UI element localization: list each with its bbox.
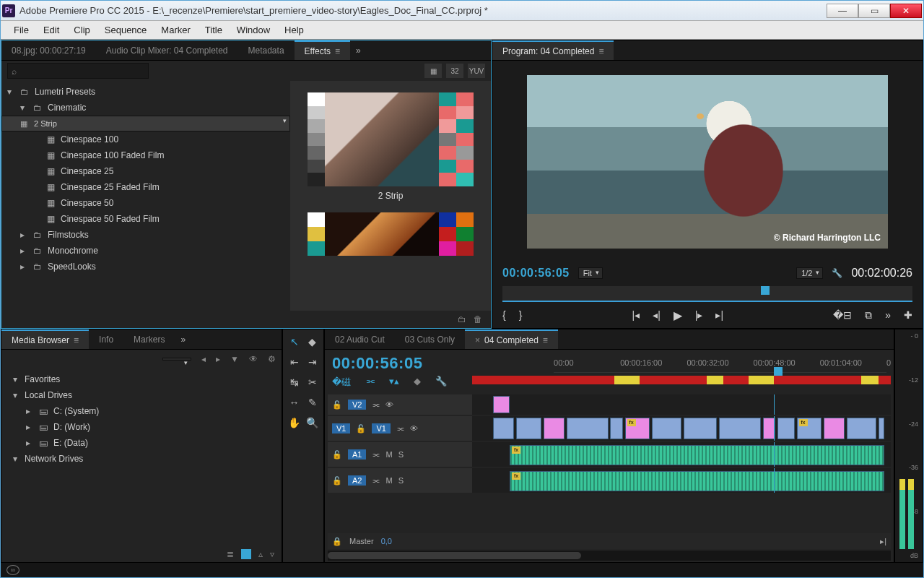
go-to-out-icon[interactable]: ▸| — [715, 309, 723, 321]
fx-32bit-icon[interactable]: 32 — [446, 64, 463, 78]
sync-lock-icon[interactable]: ⫘ — [396, 424, 404, 433]
timeline-clip[interactable]: fx — [510, 471, 884, 491]
tab-effects[interactable]: Effects ≡ — [295, 40, 350, 60]
track-lane[interactable]: fxfx — [472, 416, 891, 441]
disclosure-arrow-icon[interactable]: ▾ — [13, 390, 20, 400]
menu-window[interactable]: Window — [230, 22, 277, 38]
zoom-tool-icon[interactable]: 🔍 — [304, 413, 321, 432]
timeline-clip[interactable] — [684, 418, 717, 439]
track-header[interactable]: 🔓A1⫘MS — [328, 442, 472, 467]
goto-end-icon[interactable]: ▸| — [880, 537, 886, 546]
tab-program[interactable]: Program: 04 Completed ≡ — [492, 40, 614, 60]
toggle-output-icon[interactable]: 👁 — [410, 424, 418, 433]
folder-row[interactable]: ▾🗀Lumetri Presets — [1, 84, 290, 100]
sync-lock-icon[interactable]: ⫘ — [372, 450, 380, 459]
disclosure-arrow-icon[interactable]: ▸ — [26, 406, 33, 416]
track-target[interactable]: V1 — [372, 423, 390, 434]
window-close-button[interactable]: ✕ — [890, 4, 922, 18]
tab-info[interactable]: Info — [89, 329, 123, 349]
fx-accelerated-icon[interactable]: ▦ — [424, 64, 442, 78]
preset-row[interactable]: ▦2 Strip — [1, 116, 290, 131]
lock-icon[interactable]: 🔓 — [356, 424, 366, 434]
tab-metadata[interactable]: Metadata — [238, 40, 295, 60]
folder-row[interactable]: ▸🗀Filmstocks — [1, 227, 290, 243]
seq-tab-04[interactable]: × 04 Completed ≡ — [465, 329, 558, 349]
disclosure-arrow-icon[interactable]: ▾ — [13, 374, 20, 384]
fx-yuv-icon[interactable]: YUV — [468, 64, 485, 78]
track-target[interactable]: A2 — [348, 475, 366, 486]
disclosure-arrow-icon[interactable]: ▸ — [26, 438, 33, 448]
lock-icon[interactable]: 🔒 — [332, 537, 342, 546]
zoom-select[interactable]: Fit — [578, 267, 603, 279]
timeline-clip[interactable]: fx — [797, 418, 822, 439]
settings-wrench-icon[interactable]: 🔧 — [832, 268, 842, 278]
rate-stretch-tool-icon[interactable]: ↹ — [286, 373, 302, 392]
resolution-select[interactable]: 1/2 — [796, 267, 823, 279]
section-row[interactable]: ▾Local Drives — [7, 387, 276, 403]
timeline-clip[interactable] — [879, 418, 885, 439]
disclosure-arrow-icon[interactable]: ▸ — [20, 246, 27, 256]
nav-forward-icon[interactable]: ▸ — [216, 354, 220, 364]
mark-in-icon[interactable]: { — [502, 309, 506, 321]
export-frame-icon[interactable]: » — [885, 309, 891, 321]
work-area-bar[interactable] — [472, 376, 891, 384]
razor-tool-icon[interactable]: ✂ — [304, 373, 321, 392]
track-header[interactable]: 🔓V2⫘👁 — [328, 394, 472, 415]
timeline-clip[interactable] — [847, 418, 876, 439]
track-header[interactable]: 🔓A2⫘MS — [328, 468, 472, 493]
panel-menu-icon[interactable]: ≡ — [598, 46, 603, 56]
rolling-edit-tool-icon[interactable]: ⇥ — [304, 353, 321, 371]
folder-row[interactable]: ▾🗀Cinematic — [1, 100, 290, 116]
disclosure-arrow-icon[interactable]: ▸ — [20, 262, 27, 272]
mute-button[interactable]: M — [385, 476, 392, 485]
tab-markers[interactable]: Markers — [123, 329, 175, 349]
timeline-clip[interactable] — [719, 418, 761, 439]
nav-back-icon[interactable]: ◂ — [201, 354, 206, 364]
program-monitor-viewport[interactable]: © Richard Harrington LLC — [492, 61, 923, 263]
audio-meters[interactable]: - 0-12-24-36-48dB — [894, 329, 923, 563]
seq-tab-02[interactable]: 02 Audio Cut — [325, 329, 395, 349]
timeline-clip[interactable] — [652, 418, 681, 439]
ingest-settings-icon[interactable]: ⚙ — [268, 354, 276, 364]
window-maximize-button[interactable]: ▭ — [858, 4, 890, 18]
preset-row[interactable]: ▦Cinespace 50 — [1, 195, 290, 211]
folder-row[interactable]: ▸🗀SpeedLooks — [1, 259, 290, 275]
add-marker-icon[interactable]: ▾▴ — [389, 376, 399, 389]
disclosure-arrow-icon[interactable]: ▾ — [13, 454, 20, 464]
timeline-clip[interactable] — [516, 418, 541, 439]
preset-row[interactable]: ▦Cinespace 25 Faded Film — [1, 179, 290, 195]
tabs-overflow-icon[interactable]: » — [350, 46, 367, 56]
panel-menu-icon[interactable]: ≡ — [74, 335, 79, 345]
preset-card-1[interactable]: 2 Strip — [308, 92, 474, 205]
go-to-in-icon[interactable]: |◂ — [632, 309, 640, 321]
section-row[interactable]: ▾Favorites — [7, 371, 276, 387]
extract-icon[interactable]: ⧉ — [865, 309, 872, 322]
track-lane[interactable]: fx — [472, 442, 891, 467]
timeline-scrollbar[interactable] — [328, 551, 891, 561]
sort-down-icon[interactable]: ▿ — [270, 549, 274, 559]
tab-media-browser[interactable]: Media Browser ≡ — [1, 329, 89, 349]
button-editor-icon[interactable]: ✚ — [904, 309, 912, 321]
timeline-clip[interactable] — [493, 396, 510, 413]
mark-out-icon[interactable]: } — [519, 309, 523, 321]
program-playhead-icon[interactable] — [761, 286, 770, 295]
delete-icon[interactable]: 🗑 — [474, 314, 482, 324]
media-browser-tree[interactable]: ▾Favorites▾Local Drives▸🖴C: (System)▸🖴D:… — [1, 368, 282, 470]
track-target[interactable]: V2 — [348, 400, 366, 410]
seq-close-icon[interactable]: × — [475, 335, 480, 345]
track-select-tool-icon[interactable]: ◆ — [304, 332, 321, 351]
track-lane[interactable]: fx — [472, 468, 891, 493]
effects-tree[interactable]: ▾🗀Lumetri Presets▾🗀Cinematic▦2 Strip▦Cin… — [1, 81, 290, 311]
track-lane[interactable] — [472, 394, 891, 415]
track-header[interactable]: V1🔓V1⫘👁 — [328, 416, 472, 441]
effects-search-input[interactable] — [7, 63, 149, 79]
timeline-settings-icon[interactable]: 🔧 — [435, 376, 447, 389]
lift-icon[interactable]: �⊟ — [833, 309, 852, 321]
new-bin-icon[interactable]: 🗀 — [458, 314, 466, 324]
timeline-clip[interactable] — [610, 418, 622, 439]
menu-marker[interactable]: Marker — [154, 22, 197, 38]
thumbnail-view-icon[interactable] — [241, 549, 251, 559]
section-row[interactable]: ▾Network Drives — [7, 451, 276, 467]
timeline-playhead-icon[interactable] — [774, 367, 783, 376]
master-value[interactable]: 0,0 — [381, 537, 392, 545]
